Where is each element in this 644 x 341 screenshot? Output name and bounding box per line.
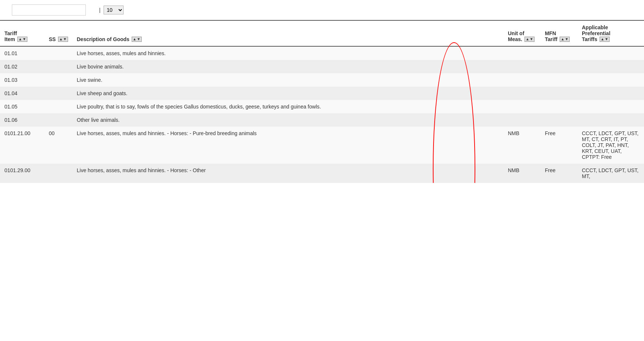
table-row: 01.01Live horses, asses, mules and hinni… (0, 46, 644, 60)
cell-mfn (540, 87, 577, 100)
cell-mfn: Free (540, 127, 577, 164)
cell-applicable: CCCT, LDCT, GPT, UST, MT, CT, CRT, IT, P… (577, 127, 644, 164)
cell-description: Live swine. (73, 73, 504, 87)
filter-input[interactable] (12, 4, 86, 16)
sort-down-apt[interactable]: ▼ (605, 37, 608, 41)
sort-down-desc[interactable]: ▼ (137, 37, 141, 41)
cell-description: Live horses, asses, mules and hinnies. (73, 46, 504, 60)
cell-applicable (577, 100, 644, 113)
cell-tariff-item: 01.03 (0, 73, 44, 87)
cell-description: Live sheep and goats. (73, 87, 504, 100)
table-row: 01.02Live bovine animals. (0, 60, 644, 73)
col-header-description: Description of Goods ▲ ▼ (73, 20, 504, 46)
table-row: 01.06Other live animals. (0, 113, 644, 127)
sort-up-ss[interactable]: ▲ (59, 37, 63, 41)
cell-applicable (577, 60, 644, 73)
sort-down-mfn[interactable]: ▼ (565, 37, 569, 41)
cell-applicable: CCCT, LDCT, GPT, UST, MT, (577, 164, 644, 183)
sort-up-apt[interactable]: ▲ (601, 37, 604, 41)
cell-ss (44, 46, 73, 60)
cell-ss (44, 87, 73, 100)
cell-applicable (577, 46, 644, 60)
cell-tariff-item: 01.04 (0, 87, 44, 100)
cell-description: Other live animals. (73, 113, 504, 127)
col-header-unit: Unit of Meas. ▲ ▼ (503, 20, 540, 46)
cell-ss (44, 164, 73, 183)
cell-unit (503, 60, 540, 73)
cell-applicable (577, 73, 644, 87)
showing-text: | 10 25 50 100 (99, 6, 125, 14)
cell-mfn (540, 73, 577, 87)
cell-mfn (540, 113, 577, 127)
show-select[interactable]: 10 25 50 100 (104, 6, 124, 14)
table-row: 01.04Live sheep and goats. (0, 87, 644, 100)
cell-tariff-item: 01.02 (0, 60, 44, 73)
cell-ss (44, 100, 73, 113)
cell-unit: NMB (503, 127, 540, 164)
cell-applicable (577, 87, 644, 100)
table-row: 0101.29.00Live horses, asses, mules and … (0, 164, 644, 183)
col-header-ss: SS ▲ ▼ (44, 20, 73, 46)
table-row: 0101.21.0000Live horses, asses, mules an… (0, 127, 644, 164)
cell-unit (503, 73, 540, 87)
cell-description: Live horses, asses, mules and hinnies. -… (73, 164, 504, 183)
sort-down-tariff[interactable]: ▼ (23, 37, 26, 41)
col-header-mfn: MFN Tariff ▲ ▼ (540, 20, 577, 46)
cell-description: Live poultry, that is to say, fowls of t… (73, 100, 504, 113)
cell-applicable (577, 113, 644, 127)
cell-description: Live horses, asses, mules and hinnies. -… (73, 127, 504, 164)
table-row: 01.05Live poultry, that is to say, fowls… (0, 100, 644, 113)
cell-mfn (540, 100, 577, 113)
cell-tariff-item: 0101.21.00 (0, 127, 44, 164)
sort-up-desc[interactable]: ▲ (133, 37, 136, 41)
sort-up-mfn[interactable]: ▲ (561, 37, 564, 41)
cell-unit (503, 113, 540, 127)
sort-up-tariff[interactable]: ▲ (18, 37, 22, 41)
cell-mfn (540, 46, 577, 60)
cell-ss (44, 73, 73, 87)
cell-mfn (540, 60, 577, 73)
col-header-applicable: Applicable Preferential Tariffs ▲ ▼ (577, 20, 644, 46)
table-row: 01.03Live swine. (0, 73, 644, 87)
cell-ss (44, 113, 73, 127)
cell-tariff-item: 01.01 (0, 46, 44, 60)
cell-unit (503, 100, 540, 113)
cell-ss (44, 60, 73, 73)
cell-unit (503, 46, 540, 60)
sort-up-unit[interactable]: ▲ (526, 37, 529, 41)
cell-tariff-item: 0101.29.00 (0, 164, 44, 183)
cell-mfn: Free (540, 164, 577, 183)
cell-description: Live bovine animals. (73, 60, 504, 73)
cell-tariff-item: 01.05 (0, 100, 44, 113)
sort-down-ss[interactable]: ▼ (63, 37, 67, 41)
cell-ss: 00 (44, 127, 73, 164)
sort-down-unit[interactable]: ▼ (530, 37, 533, 41)
cell-tariff-item: 01.06 (0, 113, 44, 127)
cell-unit (503, 87, 540, 100)
col-header-tariff-item: Tariff Item ▲ ▼ (0, 20, 44, 46)
cell-unit: NMB (503, 164, 540, 183)
